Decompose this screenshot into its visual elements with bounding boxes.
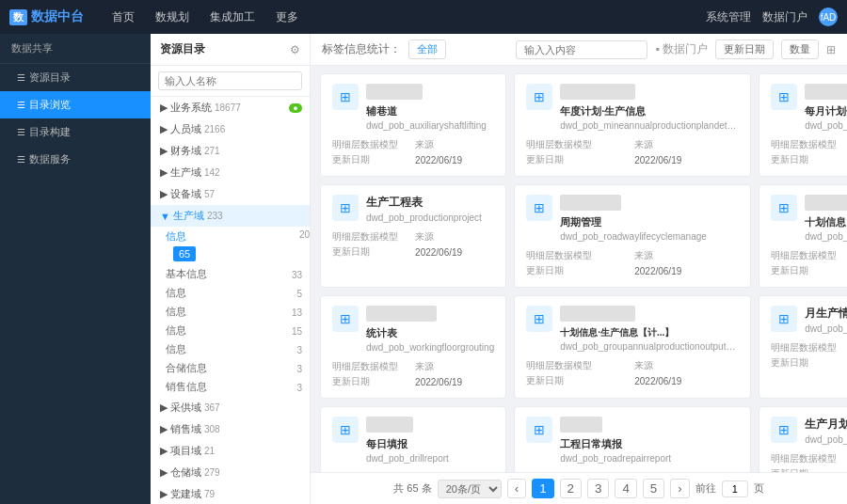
sub-header: 信息 20 (166, 227, 310, 246)
filter-icon[interactable]: ⚙ (290, 43, 300, 56)
card-name-blur-6 (366, 306, 437, 322)
sidebar-item-resource-dir[interactable]: ☰ 资源目录 (0, 64, 151, 91)
card-name-text-9: 每日填报 (366, 437, 494, 451)
card-name-text-8: 月生产情况表 (805, 306, 847, 322)
sub-item-storage-info[interactable]: 合储信息 3 (166, 359, 310, 378)
sidebar-item-dir-browse[interactable]: ☰ 目录浏览 (0, 91, 151, 118)
tree-item-supply[interactable]: ▶ 采供域 367 (151, 397, 310, 418)
tree-label: 仓储域 (170, 465, 201, 480)
card-icon-4: ⊞ (526, 195, 552, 221)
tree-label: 采供域 (170, 401, 201, 415)
card-name-text-2: 每月计划信息 (805, 104, 847, 118)
sidebar-item-dir-build[interactable]: ☰ 目录构建 (0, 118, 151, 146)
toolbar-left: 标签信息统计： 全部 (322, 39, 446, 59)
prev-page-btn[interactable]: ‹ (507, 479, 526, 498)
tree-item-production1[interactable]: ▶ 生产域 142 (151, 162, 310, 183)
tree-count: 271 (204, 146, 220, 156)
content-toolbar: 标签信息统计： 全部 ▪ 数据门户 更新日期 数量 ⊞ (311, 34, 847, 66)
resource-search-input[interactable] (158, 71, 302, 90)
nav-data-plan[interactable]: 数规划 (146, 0, 199, 34)
sub-item-label: 基本信息 (166, 268, 207, 281)
card-2[interactable]: ⊞ 每月计划信息 dwd_pob_monthplan 明细层数据模型 来源 更新… (759, 73, 847, 177)
logo-text: 数据中台 (31, 8, 84, 25)
card-name-text-1: 年度计划·生产信息 (560, 104, 729, 118)
next-page-btn[interactable]: › (670, 479, 689, 498)
card-5[interactable]: ⊞ 十划信息·计划 dwd_pob_mineannualproductionpl… (759, 184, 847, 288)
page-btn-5[interactable]: 5 (643, 479, 664, 498)
card-meta-2: 明细层数据模型 来源 更新日期 2022/06/19 (771, 138, 847, 166)
nav-system-manage[interactable]: 系统管理 (706, 9, 751, 25)
tree-item-personnel[interactable]: ▶ 人员域 2166 (151, 118, 310, 140)
grid-view-icon[interactable]: ⊞ (826, 43, 836, 56)
sidebar-item-data-service[interactable]: ☰ 数据服务 (0, 146, 151, 173)
sub-item-label: 信息 (166, 343, 186, 356)
sub-item-info3[interactable]: 信息 15 (166, 322, 310, 340)
page-btn-2[interactable]: 2 (560, 479, 582, 498)
card-icon-8: ⊞ (771, 306, 797, 332)
tree-badge-business: ● (289, 103, 302, 113)
card-name-blur-9 (366, 417, 413, 433)
nav-more[interactable]: 更多 (266, 0, 308, 34)
card-icon-3: ⊞ (332, 195, 359, 221)
card-icon-2: ⊞ (771, 84, 797, 110)
tree-item-business[interactable]: ▶ 业务系统 18677 ● (151, 97, 310, 118)
card-code-10: dwd_pob_roadrepairreport (560, 453, 739, 464)
sub-item-sales-info[interactable]: 销售信息 3 (166, 378, 310, 397)
tree-item-party[interactable]: ▶ 党建域 79 (151, 483, 310, 504)
card-code-3: dwd_pob_productionproject (366, 213, 494, 223)
tree-label: 人员域 (170, 122, 201, 136)
card-8[interactable]: ⊞ 月生产情况表 dwd_pob_productionsituationmont… (759, 295, 847, 399)
user-avatar[interactable]: fAD (819, 8, 838, 26)
card-name-text-5: 十划信息·计划 (805, 215, 847, 229)
card-11[interactable]: ⊞ 生产月划细分表 dwd_pob_planmonthsubdivide 明细层… (759, 406, 847, 472)
card-3[interactable]: ⊞ 生产工程表 dwd_pob_productionproject 明细层数据模… (320, 184, 506, 288)
sub-item-basic-info[interactable]: 基本信息 33 (166, 265, 310, 284)
tree-label: 设备域 (170, 187, 201, 201)
tree-item-project[interactable]: ▶ 项目域 21 (151, 440, 310, 462)
card-code-11: dwd_pob_planmonthsubdivide (805, 434, 847, 445)
per-page-select[interactable]: 20条/页 (438, 480, 502, 498)
nav-integration[interactable]: 集成加工 (200, 0, 264, 34)
sub-item-info1[interactable]: 信息 5 (166, 284, 310, 303)
card-name-text-10: 工程日常填报 (560, 437, 729, 451)
sub-item-info2[interactable]: 信息 13 (166, 303, 310, 322)
card-meta-11: 明细层数据模型 来源 更新日期 2022/06/19 (771, 452, 847, 472)
nav-data-portal[interactable]: 数据门户 (762, 9, 807, 25)
total-label: 共 65 条 (393, 481, 431, 496)
card-6[interactable]: ⊞ 统计表 dwd_pob_workingfloorgrouting 明细层数据… (320, 295, 506, 399)
card-icon-0: ⊞ (332, 84, 359, 110)
nav-home[interactable]: 首页 (103, 0, 144, 34)
card-4[interactable]: ⊞ 周期管理 dwd_pob_roadwaylifecyclemanage 明细… (514, 184, 751, 288)
sort-count-btn[interactable]: 数量 (781, 39, 819, 59)
card-0[interactable]: ⊞ 辅巷道 dwd_pob_auxiliaryshaftlifting 明细层数… (320, 73, 506, 177)
sub-item-label: 信息 (166, 306, 186, 319)
card-7[interactable]: ⊞ 十划信息·生产信息【计...】 dwd_pob_groupannualpro… (514, 295, 751, 399)
resource-panel: 资源目录 ⚙ ▶ 业务系统 18677 ● ▶ 人员域 2166 (151, 34, 311, 504)
card-name-blur-7 (560, 306, 635, 322)
card-code-4: dwd_pob_roadwaylifecyclemanage (560, 231, 739, 242)
card-name-text-3: 生产工程表 (366, 195, 494, 211)
content-search-input[interactable] (516, 40, 647, 59)
filter-all-btn[interactable]: 全部 (408, 39, 446, 59)
sub-item-count: 3 (296, 364, 302, 374)
goto-page-input[interactable] (722, 480, 748, 497)
tree-item-equipment[interactable]: ▶ 设备域 57 (151, 183, 310, 205)
tree-item-warehouse[interactable]: ▶ 仓储域 279 (151, 462, 310, 483)
sub-item-info4[interactable]: 信息 3 (166, 340, 310, 359)
card-name-blur-4 (560, 195, 621, 211)
tree-item-production2[interactable]: ▼ 生产域 233 (151, 205, 310, 227)
expand-icon-active: ▼ (160, 211, 170, 222)
tree-item-sales[interactable]: ▶ 销售域 308 (151, 418, 310, 440)
sort-date-btn[interactable]: 更新日期 (715, 39, 774, 59)
card-1[interactable]: ⊞ 年度计划·生产信息 dwd_pob_mineannualproduction… (514, 73, 751, 177)
card-10[interactable]: ⊞ 工程日常填报 dwd_pob_roadrepairreport 明细层数据模… (514, 406, 751, 472)
tree-count: 57 (204, 189, 215, 199)
page-btn-1[interactable]: 1 (532, 479, 553, 498)
card-name-blur-1 (560, 84, 635, 100)
sidebar-title: 数据共享 (0, 34, 151, 64)
page-btn-4[interactable]: 4 (615, 479, 636, 498)
page-btn-3[interactable]: 3 (587, 479, 609, 498)
tree-item-finance[interactable]: ▶ 财务域 271 (151, 140, 310, 162)
card-9[interactable]: ⊞ 每日填报 dwd_pob_drillreport 明细层数据模型 来源 更新… (320, 406, 506, 472)
tree-label: 项目域 (170, 444, 201, 458)
